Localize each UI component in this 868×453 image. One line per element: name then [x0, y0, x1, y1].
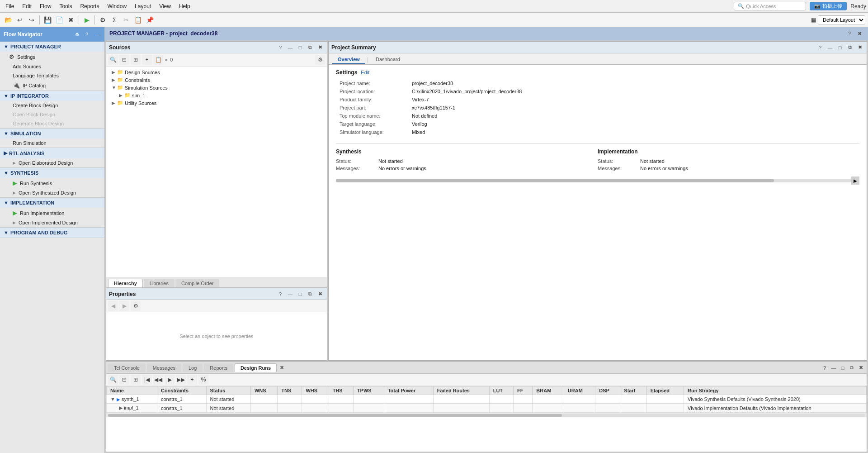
- sidebar-item-settings[interactable]: ⚙ Settings: [0, 52, 104, 62]
- tree-item-constraints[interactable]: ▶ 📁 Constraints: [106, 76, 327, 84]
- design-runs-close-btn[interactable]: ✖: [278, 364, 286, 372]
- bottom-hscroll-thumb[interactable]: [108, 414, 562, 417]
- ps-hscroll-thumb[interactable]: [336, 179, 774, 182]
- flow-nav-collapse-btn[interactable]: ⟰: [73, 30, 81, 38]
- table-row[interactable]: ▶ impl_1 constrs_1 Not started: [107, 404, 867, 413]
- bottom-close-btn[interactable]: ✖: [857, 364, 865, 372]
- pm-help-btn[interactable]: ?: [845, 29, 854, 38]
- tab-design-runs[interactable]: Design Runs: [235, 363, 277, 372]
- flow-nav-close-btn[interactable]: —: [93, 30, 101, 38]
- ps-row-value-target[interactable]: Verilog: [408, 120, 859, 128]
- props-close-btn[interactable]: ✖: [316, 290, 324, 298]
- dr-col-status[interactable]: Status: [206, 386, 250, 395]
- sources-minimize-btn[interactable]: —: [286, 43, 294, 52]
- menu-reports[interactable]: Reports: [76, 2, 103, 10]
- tab-messages[interactable]: Messages: [147, 363, 181, 372]
- dr-col-constraints[interactable]: Constraints: [157, 386, 206, 395]
- dr-run-btn[interactable]: ▶: [165, 375, 175, 385]
- props-fwd-btn[interactable]: ▶: [119, 301, 129, 311]
- menu-edit[interactable]: Edit: [19, 2, 35, 10]
- tab-reports[interactable]: Reports: [204, 363, 233, 372]
- nav-section-header-ip-integrator[interactable]: ▼ IP INTEGRATOR: [0, 91, 104, 101]
- sidebar-item-ip-catalog[interactable]: 🔌 IP Catalog: [0, 80, 104, 91]
- toolbar-copy-btn[interactable]: 📋: [132, 14, 143, 25]
- sources-help-btn[interactable]: ?: [276, 43, 284, 52]
- expand-constraints[interactable]: ▶: [112, 77, 117, 82]
- toolbar-settings-btn[interactable]: ⚙: [97, 14, 108, 25]
- ps-minimize-btn[interactable]: —: [826, 43, 834, 52]
- ps-float-btn[interactable]: ⧉: [846, 43, 854, 52]
- dr-expand-btn[interactable]: ⊞: [131, 375, 141, 385]
- toolbar-redo-btn[interactable]: ↪: [26, 14, 37, 25]
- nav-section-header-rtl-analysis[interactable]: ▶ RTL ANALYSIS: [0, 148, 104, 158]
- sources-gear-btn[interactable]: ⚙: [315, 55, 325, 65]
- dr-prev-btn[interactable]: ◀◀: [153, 375, 163, 385]
- dr-col-start[interactable]: Start: [620, 386, 646, 395]
- dr-col-wns[interactable]: WNS: [250, 386, 277, 395]
- sidebar-item-run-synthesis[interactable]: ▶ Run Synthesis: [0, 178, 104, 188]
- toolbar-saveas-btn[interactable]: 📄: [54, 14, 65, 25]
- tab-overview[interactable]: Overview: [332, 55, 365, 64]
- sidebar-item-run-simulation[interactable]: Run Simulation: [0, 138, 104, 148]
- props-float-btn[interactable]: ⧉: [306, 290, 314, 298]
- quick-access-bar[interactable]: 🔍 Quick Access: [734, 2, 806, 10]
- toolbar-undo-btn[interactable]: ↩: [14, 14, 25, 25]
- nav-section-header-program-debug[interactable]: ▼ PROGRAM AND DEBUG: [0, 228, 104, 238]
- nav-section-header-synthesis[interactable]: ▼ SYNTHESIS: [0, 168, 104, 178]
- toolbar-open-btn[interactable]: 📂: [3, 14, 14, 25]
- expand-design-sources[interactable]: ▶: [112, 70, 117, 75]
- tab-compile-order[interactable]: Compile Order: [175, 279, 220, 287]
- toolbar-paste-btn[interactable]: 📌: [144, 14, 155, 25]
- dr-filter-btn[interactable]: ⊟: [119, 375, 129, 385]
- sidebar-item-language-templates[interactable]: Language Templates: [0, 71, 104, 80]
- toolbar-sum-btn[interactable]: Σ: [109, 14, 120, 25]
- dr-col-ff[interactable]: FF: [514, 386, 533, 395]
- dr-col-ths[interactable]: THS: [329, 386, 353, 395]
- expand-simulation-sources[interactable]: ▼: [112, 85, 117, 90]
- expand-sim-1[interactable]: ▶: [119, 93, 124, 98]
- sidebar-item-open-synthesized-design[interactable]: ▶ Open Synthesized Design: [0, 188, 104, 197]
- dr-synth1-expand[interactable]: ▼: [110, 396, 115, 402]
- dr-impl1-expand[interactable]: ▶: [119, 405, 123, 410]
- toolbar-run-btn[interactable]: ▶: [81, 14, 92, 25]
- dr-col-lut[interactable]: LUT: [489, 386, 513, 395]
- props-help-btn[interactable]: ?: [276, 290, 284, 298]
- table-row[interactable]: ▼ ▶ synth_1 constrs_1 Not started: [107, 395, 867, 404]
- dr-col-total-power[interactable]: Total Power: [384, 386, 433, 395]
- sources-maximize-btn[interactable]: □: [296, 43, 304, 52]
- dr-col-whs[interactable]: WHS: [302, 386, 329, 395]
- toolbar-save-btn[interactable]: 💾: [42, 14, 53, 25]
- sources-search-btn[interactable]: 🔍: [108, 55, 118, 65]
- sources-float-btn[interactable]: ⧉: [306, 43, 314, 52]
- sidebar-item-add-sources[interactable]: Add Sources: [0, 62, 104, 71]
- flow-nav-help-btn[interactable]: ?: [83, 30, 91, 38]
- tab-hierarchy[interactable]: Hierarchy: [108, 279, 143, 287]
- sources-add-btn[interactable]: +: [142, 55, 152, 65]
- nav-section-header-project-manager[interactable]: ▼ PROJECT MANAGER: [0, 42, 104, 52]
- dr-col-dsp[interactable]: DSP: [595, 386, 620, 395]
- ps-edit-link[interactable]: Edit: [361, 70, 369, 75]
- dr-col-bram[interactable]: BRAM: [533, 386, 564, 395]
- expand-utility-sources[interactable]: ▶: [112, 100, 117, 105]
- ps-maximize-btn[interactable]: □: [836, 43, 844, 52]
- nav-section-header-simulation[interactable]: ▼ SIMULATION: [0, 129, 104, 138]
- menu-help[interactable]: Help: [175, 2, 194, 10]
- dr-percent-btn[interactable]: %: [198, 375, 208, 385]
- props-gear-btn[interactable]: ⚙: [131, 301, 141, 311]
- tab-libraries[interactable]: Libraries: [144, 279, 175, 287]
- tree-item-design-sources[interactable]: ▶ 📁 Design Sources: [106, 68, 327, 76]
- sidebar-item-open-elaborated-design[interactable]: ▶ Open Elaborated Design: [0, 158, 104, 167]
- dr-run-all-btn[interactable]: ▶▶: [176, 375, 186, 385]
- dr-col-run-strategy[interactable]: Run Strategy: [684, 386, 867, 395]
- sources-close-btn[interactable]: ✖: [316, 43, 324, 52]
- ps-row-value-sim[interactable]: Mixed: [408, 128, 859, 136]
- toolbar-close-btn[interactable]: ✖: [66, 14, 76, 25]
- tree-item-sim-1[interactable]: ▶ 📁 sim_1: [106, 91, 327, 99]
- props-minimize-btn[interactable]: —: [286, 290, 294, 298]
- nav-section-header-implementation[interactable]: ▼ IMPLEMENTATION: [0, 198, 104, 208]
- props-maximize-btn[interactable]: □: [296, 290, 304, 298]
- tab-dashboard[interactable]: Dashboard: [370, 55, 406, 64]
- sidebar-item-open-implemented-design[interactable]: ▶ Open Implemented Design: [0, 218, 104, 227]
- dr-col-name[interactable]: Name: [107, 386, 157, 395]
- tab-tcl-console[interactable]: Tcl Console: [108, 363, 146, 372]
